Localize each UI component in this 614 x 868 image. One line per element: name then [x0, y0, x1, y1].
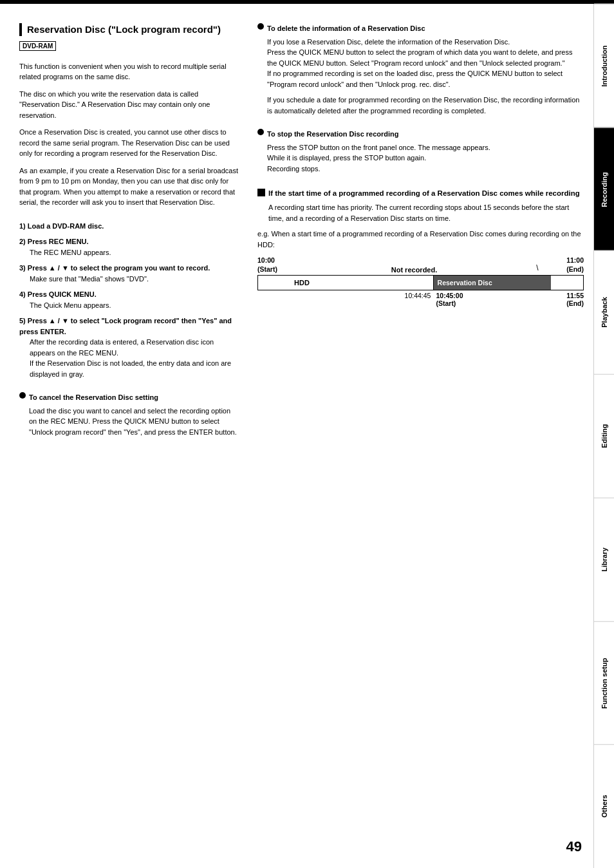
- bullet-dot-cancel: [19, 392, 26, 399]
- reservation-disc-bar: Reservation Disc: [434, 276, 551, 290]
- timeline-times: 10:44:45 10:45:00 (Start) 11:55 (End): [257, 292, 584, 307]
- para-2: The disc on which you write the reservat…: [19, 89, 238, 121]
- delete-bullet: To delete the information of a Reservati…: [257, 23, 584, 116]
- if-section-body: A recording start time has priority. The…: [268, 202, 584, 223]
- step-3: 3) Press ▲ / ▼ to select the program you…: [19, 263, 238, 284]
- step-1: 1) Load a DVD-RAM disc.: [19, 221, 238, 232]
- left-column: Reservation Disc ("Lock program record")…: [19, 23, 238, 849]
- timeline-bars: HDD Reservation Disc: [257, 275, 584, 290]
- sidebar-tab-library[interactable]: Library: [594, 498, 614, 621]
- para-4: As an example, if you create a Reservati…: [19, 165, 238, 208]
- timeline: 10:00 (Start) Not recorded. \ 11:00 (End…: [257, 256, 584, 307]
- stop-bullet: To stop the Reservation Disc recording P…: [257, 129, 584, 174]
- sidebar-tab-function-setup[interactable]: Function setup: [594, 621, 614, 745]
- bullet-dot-delete: [257, 23, 264, 30]
- step-2: 2) Press REC MENU. The REC MENU appears.: [19, 236, 238, 258]
- dvd-badge: DVD-RAM: [19, 41, 56, 51]
- section-square-icon: [257, 189, 265, 196]
- step-4: 4) Press QUICK MENU. The Quick Menu appe…: [19, 289, 238, 310]
- if-section-header: If the start time of a programmed record…: [257, 188, 584, 198]
- para-3: Once a Reservation Disc is created, you …: [19, 127, 238, 159]
- content-area: Reservation Disc ("Lock program record")…: [0, 4, 593, 868]
- end2-time: 11:55 (End): [566, 292, 584, 307]
- sidebar-tab-recording[interactable]: Recording: [594, 127, 614, 251]
- mid-time: 10:44:45: [405, 292, 431, 307]
- sidebar-tab-editing[interactable]: Editing: [594, 374, 614, 498]
- para-1: This function is convenient when you wis…: [19, 61, 238, 82]
- page-number: 49: [566, 838, 582, 855]
- bullet-dot-stop: [257, 129, 264, 135]
- not-recorded-label: Not recorded.: [391, 266, 438, 274]
- start2-time: 10:45:00 (Start): [436, 292, 463, 307]
- cancel-bullet: To cancel the Reservation Disc setting L…: [19, 392, 238, 437]
- hdd-bar: HDD: [290, 276, 434, 290]
- page: Reservation Disc ("Lock program record")…: [0, 0, 614, 868]
- right-sidebar: Introduction Recording Playback Editing …: [593, 4, 614, 868]
- main-layout: Reservation Disc ("Lock program record")…: [0, 4, 614, 868]
- timeline-end-label: 11:00 (End): [552, 256, 584, 274]
- sidebar-tab-introduction[interactable]: Introduction: [594, 4, 614, 127]
- sidebar-tab-others[interactable]: Others: [594, 744, 614, 868]
- section-title: Reservation Disc ("Lock program record"): [19, 23, 238, 36]
- sidebar-tab-playback[interactable]: Playback: [594, 250, 614, 374]
- step-5: 5) Press ▲ / ▼ to select "Lock program r…: [19, 316, 238, 379]
- timeline-start-label: 10:00 (Start): [257, 256, 290, 274]
- if-section-eg: e.g. When a start time of a programmed r…: [257, 229, 584, 250]
- right-column: To delete the information of a Reservati…: [251, 23, 584, 849]
